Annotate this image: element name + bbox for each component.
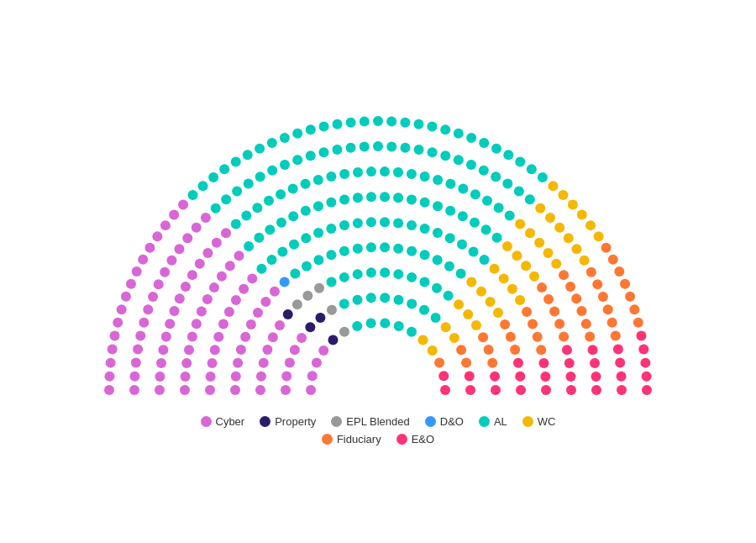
- legend-dot: [201, 416, 212, 427]
- legend-label: WC: [538, 415, 556, 428]
- legend-label: Fiduciary: [337, 433, 381, 445]
- legend-item-cyber: Cyber: [201, 415, 245, 428]
- legend-dot: [331, 416, 342, 427]
- legend-dot: [260, 416, 270, 427]
- legend-dot: [425, 416, 436, 427]
- legend-item-fiduciary: Fiduciary: [322, 433, 381, 445]
- legend-dot: [522, 416, 533, 427]
- legend-item-e-o: E&O: [396, 433, 434, 445]
- legend-item-wc: WC: [522, 415, 556, 428]
- legend-item-al: AL: [479, 415, 507, 428]
- legend-item-property: Property: [260, 415, 316, 428]
- legend-item-epl-blended: EPL Blended: [331, 415, 409, 428]
- legend-label: AL: [494, 415, 507, 428]
- legend-label: Cyber: [216, 415, 245, 428]
- legend-label: Property: [275, 415, 316, 428]
- legend-dot: [396, 434, 407, 445]
- legend-label: D&O: [440, 415, 464, 428]
- legend-dot: [479, 416, 490, 427]
- legend-label: E&O: [412, 433, 434, 445]
- parliament-chart: [42, 29, 714, 415]
- legend-dot: [322, 434, 333, 445]
- chart-title: [0, 0, 756, 12]
- legend: CyberPropertyEPL BlendedD&OALWCFiduciary…: [0, 415, 756, 454]
- chart-area: [0, 12, 756, 415]
- legend-item-d-o: D&O: [425, 415, 464, 428]
- legend-label: EPL Blended: [346, 415, 409, 428]
